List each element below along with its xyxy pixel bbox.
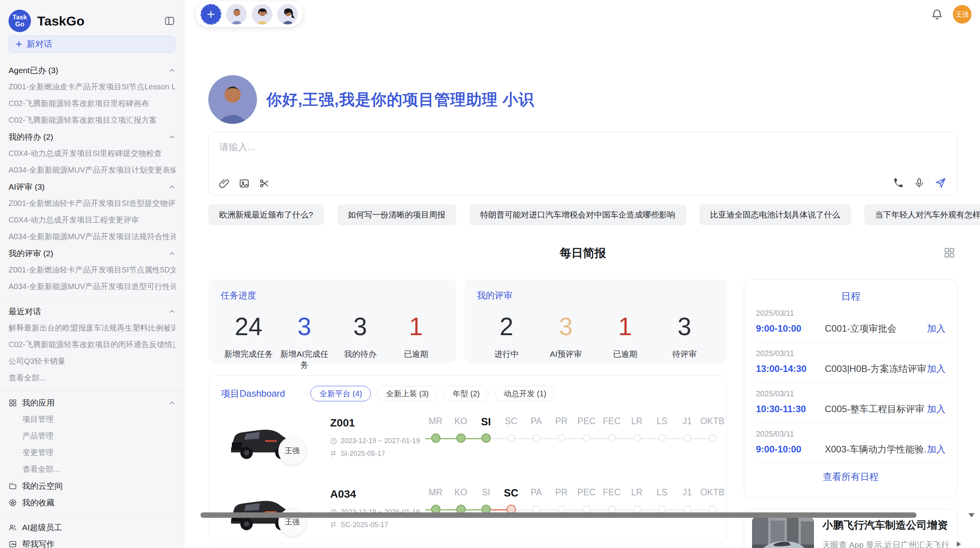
card-title: 任务进度: [221, 289, 444, 301]
add-member-button[interactable]: [200, 4, 221, 25]
notification-bell-icon[interactable]: [931, 9, 943, 20]
daily-brief-header: 每日简报: [208, 245, 958, 263]
join-link[interactable]: 加入: [927, 322, 946, 335]
new-chat-button[interactable]: 新对话: [9, 36, 175, 53]
tab-new-body[interactable]: 全新上装 (3): [377, 386, 437, 401]
list-item[interactable]: Z001-全新燃油轻卡产品开发项目SI造型提交物评审: [9, 195, 175, 212]
chat-input[interactable]: [219, 141, 946, 168]
suggestion-chip[interactable]: 当下年轻人对汽车外观有怎样的喜好趋势: [864, 204, 980, 225]
app-logo: Task Go: [9, 10, 31, 32]
user-avatar[interactable]: 王强: [953, 5, 971, 24]
milestone-label: FEC: [599, 416, 624, 428]
sidebar-item-project-mgmt[interactable]: 项目管理: [9, 411, 175, 428]
view-all-apps-link[interactable]: 查看全部...: [9, 461, 175, 478]
avatar[interactable]: [277, 4, 298, 25]
phone-call-icon[interactable]: [893, 178, 904, 188]
event-date: 2025/03/11: [756, 389, 946, 398]
layout-grid-icon[interactable]: [944, 247, 955, 259]
suggestion-chip[interactable]: 特朗普可能对进口汽车增税会对中国车企造成哪些影响: [469, 204, 686, 225]
input-attachments: [219, 178, 270, 189]
tab-powertrain[interactable]: 动总开发 (1): [495, 386, 555, 401]
my-review-card: 我的评审 2 进行中 3 AI预评审 1 已逾期 3: [464, 279, 726, 363]
chevron-up-icon[interactable]: [169, 184, 175, 189]
paperclip-icon[interactable]: [219, 178, 230, 189]
sidebar-item-ai-super-staff[interactable]: AI超级员工: [9, 519, 175, 536]
tab-year-model[interactable]: 年型 (2): [444, 386, 488, 401]
list-item[interactable]: 解释最新出台的欧盟报废车法规再生塑料比例被调至15%...: [9, 320, 175, 336]
scroll-down-arrow[interactable]: [968, 513, 975, 517]
horizontal-scrollbar[interactable]: [200, 512, 917, 518]
list-item[interactable]: A034-全新新能源MUV产品开发项目计划变更表编写: [9, 162, 175, 178]
avatar[interactable]: [226, 4, 247, 25]
milestone-label: PA: [524, 416, 549, 428]
clock-icon: [330, 438, 337, 445]
project-code: A034: [330, 488, 420, 500]
section-agent-done[interactable]: Agent已办 (3): [9, 62, 175, 79]
chevron-up-icon[interactable]: [169, 400, 175, 405]
milestone-dot: [684, 434, 691, 442]
join-link[interactable]: 加入: [927, 363, 946, 375]
milestone-label-current: SC: [499, 487, 524, 499]
sidebar-item-my-apps[interactable]: 我的应用: [9, 394, 175, 411]
sidebar-item-favorites[interactable]: 我的收藏: [9, 494, 175, 511]
sidebar-item-cloud-space[interactable]: 我的云空间: [9, 478, 175, 494]
send-icon[interactable]: [935, 177, 946, 189]
list-item[interactable]: C02-飞腾新能源轻客改款项目立项汇报方案: [9, 112, 175, 128]
event-name: C005-整车工程目标评审: [825, 403, 927, 415]
avatar[interactable]: [252, 4, 272, 25]
list-item[interactable]: C02-飞腾新能源轻客改款项目的闭环通告反馈情况: [9, 336, 175, 353]
join-link[interactable]: 加入: [927, 443, 946, 456]
list-item[interactable]: C0X4-动力总成开发项目工程变更评审: [9, 212, 175, 228]
sidebar-item-product-mgmt[interactable]: 产品管理: [9, 428, 175, 444]
list-item[interactable]: Z001-全新燃油轻卡产品开发项目SI节点属性5D文件评审: [9, 262, 175, 278]
app-title: TaskGo: [37, 14, 84, 29]
project-row[interactable]: 王强 Z001 2023-12-19 ~ 2027-01-19 SI-2025-…: [221, 414, 714, 473]
scissors-icon[interactable]: [259, 178, 270, 189]
suggestion-chip[interactable]: 比亚迪全固态电池计划具体说了什么: [699, 204, 851, 225]
event-name: X003-车辆动力学性能验...: [825, 443, 927, 456]
view-all-schedule-link[interactable]: 查看所有日程: [756, 471, 946, 483]
scroll-right-arrow[interactable]: [957, 541, 961, 547]
list-item[interactable]: C02-飞腾新能源轻客改款项目里程碑画布: [9, 95, 175, 112]
schedule-event: 2025/03/11 10:30-11:30 C005-整车工程目标评审 加入: [756, 383, 946, 423]
milestone-dot: [456, 433, 466, 443]
section-my-todo[interactable]: 我的待办 (2): [9, 128, 175, 145]
milestone-dot: [507, 434, 515, 442]
metric-value: 1: [388, 313, 444, 340]
task-progress-card: 任务进度 24 新增完成任务 3 新增AI完成任务 3 我的待办: [208, 279, 456, 363]
daily-brief-title: 每日简报: [208, 245, 958, 261]
sidebar-item-change-mgmt[interactable]: 变更管理: [9, 444, 175, 461]
milestone-dot: [658, 434, 666, 442]
list-item[interactable]: A034-全新新能源MUV产品开发项目造型可行性评审: [9, 278, 175, 295]
suggestion-chips: 欧洲新规最近颁布了什么? 如何写一份清晰的项目周报 特朗普可能对进口汽车增税会对…: [208, 204, 980, 225]
dashboard-tabs: 全新平台 (4) 全新上装 (3) 年型 (2) 动总开发 (1): [310, 386, 555, 401]
join-link[interactable]: 加入: [927, 403, 946, 415]
chevron-up-icon[interactable]: [169, 134, 175, 139]
view-all-chats-link[interactable]: 查看全部...: [9, 370, 175, 386]
write-doc-icon: [9, 540, 17, 548]
chevron-up-icon[interactable]: [169, 68, 175, 73]
mic-icon[interactable]: [914, 178, 925, 188]
tab-new-platform[interactable]: 全新平台 (4): [310, 386, 371, 401]
stats-row: 任务进度 24 新增完成任务 3 新增AI完成任务 3 我的待办: [208, 279, 726, 363]
milestone-dot: [608, 434, 616, 442]
milestone-dot: [583, 434, 591, 442]
chevron-up-icon[interactable]: [169, 251, 175, 256]
section-my-review[interactable]: 我的评审 (2): [9, 245, 175, 262]
suggestion-chip[interactable]: 欧洲新规最近颁布了什么?: [208, 204, 324, 225]
list-item[interactable]: 公司Q3轻卡销量: [9, 353, 175, 370]
event-time: 13:00-14:30: [756, 363, 825, 374]
image-icon[interactable]: [239, 178, 250, 189]
sidebar-collapse-icon[interactable]: [164, 15, 175, 26]
list-item[interactable]: A034-全新新能源MUV产品开发项目法规符合性评审: [9, 228, 175, 245]
suggestion-chip[interactable]: 如何写一份清晰的项目周报: [337, 204, 456, 225]
section-ai-review[interactable]: AI评审 (3): [9, 178, 175, 195]
section-recent-chats[interactable]: 最近对话: [9, 303, 175, 320]
list-item[interactable]: Z001-全新燃油皮卡产品开发项目SI节点Lesson Learn报告: [9, 79, 175, 95]
event-date: 2025/03/11: [756, 349, 946, 358]
assistant-avatar: [208, 75, 257, 124]
hero: 你好,王强,我是你的项目管理助理 小识: [208, 75, 534, 124]
list-item[interactable]: C0X4-动力总成开发项目SI里程碑提交物检查: [9, 145, 175, 162]
sidebar-item-help-write[interactable]: 帮我写作: [9, 536, 175, 548]
chevron-up-icon[interactable]: [169, 309, 175, 314]
